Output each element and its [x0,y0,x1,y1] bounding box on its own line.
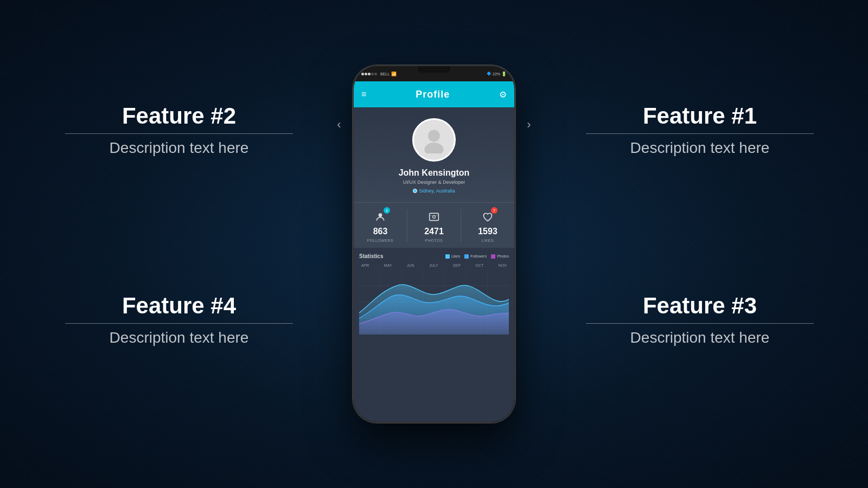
legend-likes: Likes [445,254,460,259]
month-sep: SEP [453,264,461,267]
battery-icon: 🔋 [501,72,507,76]
settings-gear-icon[interactable]: ⚙ [499,89,507,100]
month-may: MAY [384,264,392,267]
phone-body: BELL 📶 🔷 22% 🔋 ≡ Profile ⚙ [353,65,515,423]
followers-icon [375,211,386,222]
likes-badge: 7 [491,207,497,214]
legend-likes-label: Likes [451,254,460,258]
legend-likes-dot [445,254,450,259]
feature-1-title: Feature #1 [586,103,814,129]
feature-2-block: Feature #2 Description text here [65,103,293,157]
feature-1-block: Feature #1 Description text here [586,103,814,157]
location-icon [413,189,417,193]
month-apr: APR [361,264,369,267]
signal-dot-5 [374,73,377,75]
chart-visualization [359,269,509,335]
photos-count: 2471 [424,227,444,236]
stats-row: 4 863 FOLLOWERS [354,202,514,248]
app-header: ≡ Profile ⚙ [354,81,514,107]
carrier-label: BELL [380,72,390,76]
svg-rect-3 [430,213,439,220]
hamburger-menu-icon[interactable]: ≡ [361,90,366,99]
signal-dot-3 [368,73,371,75]
month-july: JULY [429,264,438,267]
signal-dot-1 [361,73,364,75]
likes-count: 1593 [478,227,497,236]
signal-dot-2 [365,73,367,75]
feature-4-title: Feature #4 [65,293,293,319]
feature-4-desc: Description text here [65,329,293,346]
stat-likes[interactable]: 7 1593 LIKES [461,209,514,242]
chart-svg [359,269,509,335]
chart-title: Statistics [359,253,383,259]
legend-followers: Followers [464,254,487,259]
chart-legend: Likes Followers Photos [445,254,509,259]
feature-3-block: Feature #3 Description text here [586,293,814,346]
legend-followers-dot [464,254,469,259]
month-nov: NOV [499,264,507,267]
feature-3-title: Feature #3 [586,293,814,319]
svg-point-2 [379,213,382,217]
likes-label: LIKES [482,239,494,242]
photos-label: PHOTOS [425,239,443,242]
legend-photos-label: Photos [497,254,509,258]
phone-notch [418,66,450,73]
profile-name: John Kensington [399,168,470,178]
feature-1-desc: Description text here [586,139,814,157]
svg-point-0 [428,130,440,142]
svg-point-4 [433,216,436,219]
profile-section: John Kensington UI/UX Designer & Develop… [354,107,514,202]
chart-months: APR MAY JUN JULY SEP OCT NOV [359,264,509,267]
feature-2-desc: Description text here [65,139,293,157]
avatar-container [412,118,456,162]
battery-level: 22% [493,72,500,76]
feature-1-divider [586,133,814,134]
feature-4-divider [65,323,293,324]
signal-dot-4 [371,73,374,75]
chart-area: Statistics Likes Followers Photos [354,248,514,335]
stat-photos[interactable]: 2471 PHOTOS [407,209,461,242]
app-header-title: Profile [416,89,450,100]
feature-4-block: Feature #4 Description text here [65,293,293,346]
wifi-icon: 📶 [391,72,397,76]
bluetooth-icon: 🔷 [487,72,492,76]
nav-right-arrow[interactable]: › [521,117,537,133]
followers-icon-wrap: 4 [373,209,388,224]
feature-3-divider [586,323,814,324]
legend-photos-dot [491,254,495,259]
followers-label: FOLLOWERS [367,239,393,242]
profile-role: UI/UX Designer & Developer [403,179,465,185]
month-jun: JUN [407,264,414,267]
profile-location: Sidney, Australia [413,188,455,194]
chart-header: Statistics Likes Followers Photos [359,253,509,259]
stat-followers[interactable]: 4 863 FOLLOWERS [354,209,407,242]
followers-count: 863 [373,227,388,236]
nav-left-arrow[interactable]: ‹ [331,117,347,133]
likes-icon [482,211,493,222]
avatar [412,118,456,162]
signal-dots [361,73,377,75]
phone-battery-area: 🔷 22% 🔋 [487,72,507,76]
month-oct: OCT [476,264,484,267]
avatar-placeholder-icon [420,126,448,153]
svg-point-1 [425,143,444,153]
location-text: Sidney, Australia [419,188,455,194]
phone-mockup: ‹ › BELL 📶 🔷 22% 🔋 [353,65,515,423]
feature-2-title: Feature #2 [65,103,293,129]
feature-3-desc: Description text here [586,329,814,346]
photos-icon-wrap [426,209,442,224]
phone-signal-area: BELL 📶 [361,72,397,76]
followers-badge: 4 [384,207,390,214]
feature-2-divider [65,133,293,134]
legend-followers-label: Followers [470,254,487,258]
photos-icon [429,211,439,222]
legend-photos: Photos [491,254,509,259]
likes-icon-wrap: 7 [480,209,495,224]
phone-status-bar: BELL 📶 🔷 22% 🔋 [354,66,514,81]
phone-screen: ≡ Profile ⚙ John Kensington UI/UX Design [354,81,514,422]
